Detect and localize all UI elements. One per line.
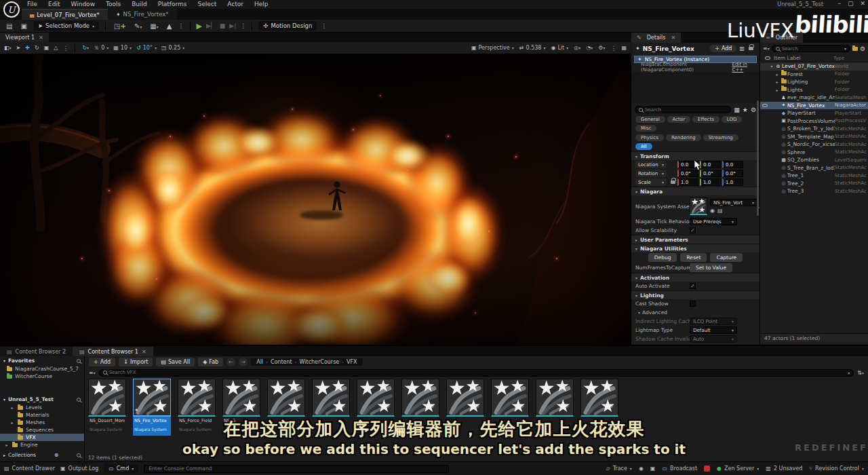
filter-chip-actor[interactable]: Actor xyxy=(667,116,690,123)
cb1-close-icon[interactable]: ✕ xyxy=(142,349,146,355)
camera-speed-dropdown[interactable]: ⇄0.538▾ xyxy=(519,45,546,51)
reset-button[interactable]: Reset xyxy=(680,253,707,262)
close-button[interactable]: ✕ xyxy=(860,0,865,7)
favorites-header[interactable]: ▾ Favorites xyxy=(0,356,84,365)
section-user-parameters[interactable]: ▸User Parameters xyxy=(631,235,760,244)
scale-y-field[interactable]: 1.0 xyxy=(700,178,721,186)
measure-icon[interactable]: △ xyxy=(54,45,58,51)
details-add-button[interactable]: + Add xyxy=(710,45,736,52)
play-options-kebab-icon[interactable]: ⋮ xyxy=(240,22,245,29)
details-fork-icon[interactable]: ▥ xyxy=(739,45,745,52)
outliner-search-input[interactable]: ▾ xyxy=(772,45,850,52)
cb-add-button[interactable]: +Add xyxy=(89,358,115,366)
viewport-scene[interactable] xyxy=(0,54,631,345)
favorites-search-icon[interactable] xyxy=(77,359,81,363)
maximize-viewport-icon[interactable]: ▦ xyxy=(621,45,627,51)
outliner-row-s-tree-bran-z-lod3-var1[interactable]: ◎S_Tree_Bran_z_lod3_Var1StaticMeshAc xyxy=(760,164,868,172)
eye-icon[interactable] xyxy=(760,104,769,107)
content-browser-1-tab[interactable]: ▤ Content Browser 1 ✕ xyxy=(73,347,153,356)
revision-control-dropdown[interactable]: ⑂Revision Control▾ xyxy=(809,466,864,472)
breadcrumb-item-content[interactable]: Content xyxy=(271,359,292,365)
outliner-row-eve-magic-idle-anim[interactable]: ♟eve_magic_idle_AnimSkeletalMesh xyxy=(760,94,868,102)
details-tab-close-icon[interactable]: ✕ xyxy=(671,35,675,41)
blueprint-icon[interactable]: ✎▾ xyxy=(132,22,144,30)
outliner-row-level-07-fire-vortex-editor-[interactable]: ▾⊕Level_07_Fire_Vortex (Editor)World xyxy=(760,62,868,71)
lightmap-type-dropdown[interactable]: Default▾ xyxy=(690,326,737,334)
details-settings-gear-icon[interactable]: ⚙ xyxy=(751,107,756,113)
auto-activate-checkbox[interactable]: ✓ xyxy=(690,283,696,289)
cast-shadow-checkbox[interactable] xyxy=(690,301,696,307)
location-y-field[interactable]: 0.0 xyxy=(700,161,721,168)
viewport-more-kebab-icon[interactable]: ⋮ xyxy=(610,45,616,52)
screenshot-icon[interactable]: ◉ xyxy=(639,466,644,472)
selection-mode-button[interactable]: ➤ Selection Mode ▾ xyxy=(33,21,99,31)
outliner-row-sm-template-map-floor1[interactable]: ◎SM_Template_Map_Floor1StaticMeshAc xyxy=(760,133,868,141)
filter-chip-effects[interactable]: Effects xyxy=(692,116,719,123)
location-z-field[interactable]: 0.0 xyxy=(722,161,743,168)
show-flags-icon[interactable]: ◎▾ xyxy=(574,45,580,51)
landscape-icon[interactable]: ▲ xyxy=(165,22,174,30)
scale-tool-icon[interactable]: ▣ xyxy=(44,45,50,51)
cb-fab-button[interactable]: ◈Fab xyxy=(198,358,223,366)
section-niagara[interactable]: ▾Niagara xyxy=(631,187,760,195)
viewport-tab-close-icon[interactable]: ✕ xyxy=(39,35,43,41)
breadcrumb-item-vfx[interactable]: VFX xyxy=(347,359,357,365)
section-transform[interactable]: ▾Transform xyxy=(631,151,760,160)
item-label-column-header[interactable]: Item Label xyxy=(774,55,831,61)
asset-use-icon[interactable]: ◉ xyxy=(710,208,715,214)
breadcrumb-item-witchercourse[interactable]: WitcherCourse xyxy=(300,359,340,365)
edit-in-cpp-link[interactable]: Edit in C++ xyxy=(732,62,757,73)
filter-chip-streaming[interactable]: Streaming xyxy=(703,134,738,141)
menu-item-select[interactable]: Select xyxy=(192,0,222,9)
motion-design-kebab-icon[interactable]: ⋮ xyxy=(321,22,326,29)
details-tab[interactable]: ✎ Details ✕ xyxy=(631,33,681,43)
menu-item-actor[interactable]: Actor xyxy=(222,0,249,9)
menu-item-help[interactable]: Help xyxy=(249,0,274,9)
menu-item-platforms[interactable]: Platforms xyxy=(153,0,193,9)
menu-item-window[interactable]: Window xyxy=(66,0,101,9)
viewport-options-icon[interactable]: ◧▾ xyxy=(4,45,12,51)
favorites-star-icon[interactable]: ★ xyxy=(743,107,748,113)
cb-save-all-button[interactable]: ▤Save All xyxy=(156,358,195,366)
tick-behavior-dropdown[interactable]: Use Prereqs▾ xyxy=(690,218,737,225)
outliner-row-sq-zombies[interactable]: ▦SQ_ZombiesLevelSequenc xyxy=(760,156,868,164)
viewport-kebab-icon[interactable]: ⋮ xyxy=(62,45,68,52)
content-drawer-button[interactable]: ▤Content Drawer xyxy=(4,466,55,472)
transform-scale-dropdown[interactable]: Scale▾ xyxy=(635,178,667,186)
stop-button[interactable]: ■ xyxy=(220,22,226,29)
nav-back-icon[interactable]: ← xyxy=(226,358,235,366)
transform-location-dropdown[interactable]: Location▾ xyxy=(635,161,667,168)
scale-z-field[interactable]: 1.0 xyxy=(722,178,743,186)
filter-chip-physics[interactable]: Physics xyxy=(635,134,664,141)
outliner-row-sphere[interactable]: ◎SphereStaticMeshAc xyxy=(760,149,868,157)
type-column-header[interactable]: Type xyxy=(833,56,865,61)
favorite-niagaracrashcourse_5_7[interactable]: NiagaraCrashCourse_5_7 xyxy=(0,365,84,373)
expand-caret-icon[interactable]: ▾ xyxy=(769,64,774,69)
outliner-new-folder-icon[interactable] xyxy=(852,47,858,51)
menu-item-tools[interactable]: Tools xyxy=(100,0,126,9)
camera-capture-icon[interactable]: ▣ xyxy=(650,466,656,472)
details-display-icon[interactable]: ▦ xyxy=(734,107,740,113)
outliner-filter-icon[interactable]: ≡▾ xyxy=(763,45,770,52)
rotate-tool-icon[interactable]: ↻ xyxy=(35,45,39,51)
content-browser-2-tab[interactable]: ▤ Content Browser 2 xyxy=(0,347,73,356)
transform-rotation-dropdown[interactable]: Rotation▾ xyxy=(635,170,667,177)
add-actor-icon[interactable]: ◳+ xyxy=(112,22,128,30)
section-lighting[interactable]: ▾Lighting xyxy=(631,290,760,299)
advanced-label[interactable]: Advanced xyxy=(642,309,696,316)
section-niagara-utilities[interactable]: ▾Niagara Utilities xyxy=(631,244,760,252)
motion-design-button[interactable]: ✣ Motion Design xyxy=(258,21,317,31)
trace-dropdown[interactable]: ▱Trace▾ xyxy=(606,466,631,472)
nav-forward-icon[interactable]: → xyxy=(239,358,248,366)
optimization-icon[interactable]: ◔▾ xyxy=(586,45,593,51)
expand-caret-icon[interactable]: ▸ xyxy=(774,72,780,77)
menu-item-build[interactable]: Build xyxy=(126,0,153,9)
allow-scalability-checkbox[interactable]: ✓ xyxy=(690,227,696,233)
play-button[interactable]: ▶ xyxy=(197,22,202,31)
perspective-dropdown[interactable]: ▣Perspective▾ xyxy=(471,45,514,51)
viewport-settings-gear-icon[interactable]: ⚙▾ xyxy=(598,45,605,51)
minimize-button[interactable]: – xyxy=(837,0,841,7)
outliner-row-lighting[interactable]: ▸LightingFolder xyxy=(760,78,868,86)
section-activation[interactable]: ▾Activation xyxy=(631,273,760,282)
menu-item-file[interactable]: File xyxy=(22,0,43,9)
